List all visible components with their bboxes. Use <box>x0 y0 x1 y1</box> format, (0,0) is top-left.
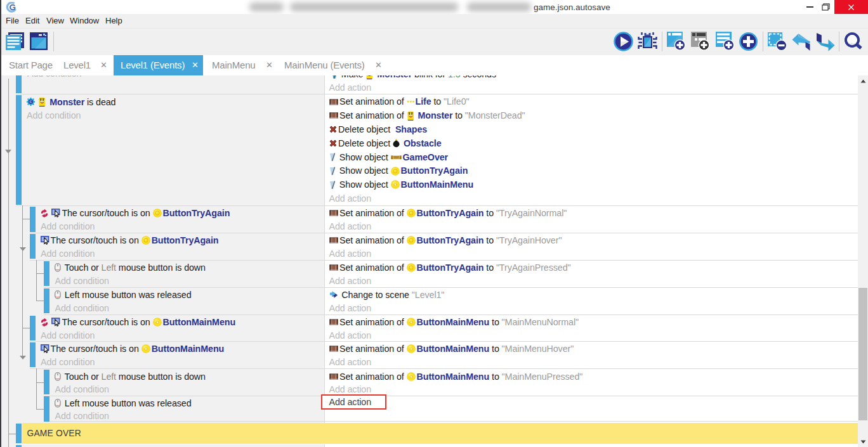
svg-text:G: G <box>10 3 16 12</box>
